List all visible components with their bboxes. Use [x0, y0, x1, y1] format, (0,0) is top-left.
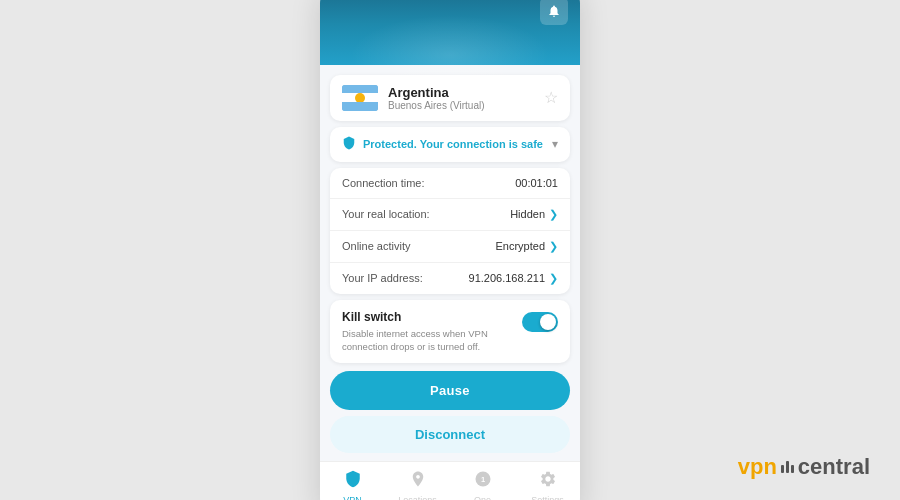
chevron-right-icon-2: ❯ [549, 240, 558, 253]
app-body: Argentina Buenos Aires (Virtual) ☆ Prote… [320, 65, 580, 500]
kill-switch-toggle[interactable] [522, 312, 558, 332]
svg-text:1: 1 [480, 475, 484, 484]
kill-switch-text: Kill switch Disable internet access when… [342, 310, 522, 354]
protected-status-bar[interactable]: Protected. Your connection is safe ▾ [330, 127, 570, 162]
nav-item-locations[interactable]: Locations [385, 470, 450, 500]
toggle-knob [540, 314, 556, 330]
disconnect-button[interactable]: Disconnect [330, 416, 570, 453]
one-nav-icon: 1 [474, 470, 492, 492]
real-location-row[interactable]: Your real location: Hidden ❯ [330, 199, 570, 231]
shield-icon [342, 136, 356, 153]
ip-address-label: Your IP address: [342, 272, 423, 284]
favorite-star-button[interactable]: ☆ [544, 88, 558, 107]
locations-nav-icon [409, 470, 427, 492]
ip-address-row[interactable]: Your IP address: 91.206.168.211 ❯ [330, 263, 570, 294]
online-activity-row[interactable]: Online activity Encrypted ❯ [330, 231, 570, 263]
brand-central-text: central [798, 454, 870, 480]
connection-time-row: Connection time: 00:01:01 [330, 168, 570, 199]
real-location-value-wrap: Hidden ❯ [510, 208, 558, 221]
real-location-label: Your real location: [342, 208, 430, 220]
vpn-nav-icon [344, 470, 362, 492]
notification-bell-button[interactable] [540, 0, 568, 25]
protected-text: Protected. Your connection is safe [363, 138, 543, 150]
ip-address-value-wrap: 91.206.168.211 ❯ [469, 272, 558, 285]
connection-time-value: 00:01:01 [515, 177, 558, 189]
kill-switch-description: Disable internet access when VPN connect… [342, 327, 512, 354]
real-location-value: Hidden [510, 208, 545, 220]
nav-item-one[interactable]: 1 One [450, 470, 515, 500]
vpn-nav-label: VPN [343, 495, 362, 500]
details-card: Connection time: 00:01:01 Your real loca… [330, 168, 570, 294]
settings-nav-icon [539, 470, 557, 492]
bottom-navigation: VPN Locations 1 One [320, 461, 580, 500]
country-city: Buenos Aires (Virtual) [388, 100, 544, 111]
brand-vpn-text: vpn [738, 454, 777, 480]
settings-nav-label: Settings [531, 495, 564, 500]
chevron-down-icon[interactable]: ▾ [552, 137, 558, 151]
pause-button[interactable]: Pause [330, 371, 570, 410]
ip-address-value: 91.206.168.211 [469, 272, 545, 284]
kill-switch-card: Kill switch Disable internet access when… [330, 300, 570, 364]
app-header [320, 0, 580, 65]
online-activity-label: Online activity [342, 240, 410, 252]
nav-item-vpn[interactable]: VPN [320, 470, 385, 500]
one-nav-label: One [474, 495, 491, 500]
kill-switch-title: Kill switch [342, 310, 512, 324]
connection-time-label: Connection time: [342, 177, 425, 189]
country-flag [342, 85, 378, 111]
online-activity-value-wrap: Encrypted ❯ [495, 240, 558, 253]
protected-left: Protected. Your connection is safe [342, 136, 543, 153]
nav-item-settings[interactable]: Settings [515, 470, 580, 500]
chevron-right-icon: ❯ [549, 208, 558, 221]
vpncentral-branding: vpn central [738, 454, 870, 480]
chevron-right-icon-3: ❯ [549, 272, 558, 285]
online-activity-value: Encrypted [495, 240, 545, 252]
locations-nav-label: Locations [398, 495, 437, 500]
brand-bars-icon [781, 461, 794, 473]
